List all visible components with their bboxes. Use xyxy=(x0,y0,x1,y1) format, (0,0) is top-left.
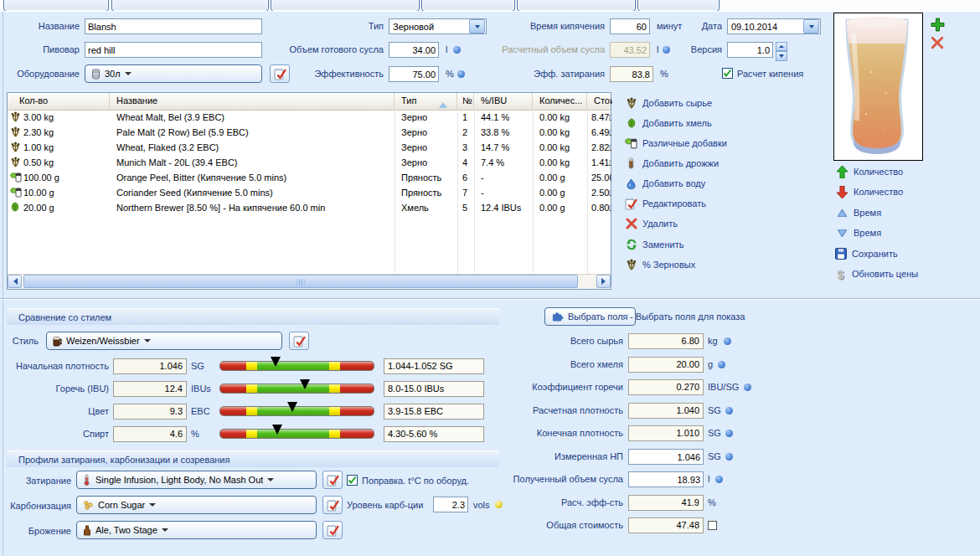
chevron-down-icon[interactable] xyxy=(469,19,485,33)
quantity-down-link[interactable]: Количество xyxy=(836,185,903,198)
replace-ingredient-link[interactable]: Заменить xyxy=(625,238,683,251)
batch-volume-input[interactable] xyxy=(389,42,439,58)
column-header-amount[interactable]: Количес... xyxy=(533,93,587,109)
ibu-style-meter xyxy=(219,384,374,394)
table-row[interactable]: 20.00 g Northern Brewer [8.50 %] - На ки… xyxy=(8,200,611,215)
add-hops-link[interactable]: Добавить хмель xyxy=(625,116,712,130)
boil-volume-label: Расчетный объем сусла xyxy=(486,42,605,58)
fermentation-edit-button[interactable] xyxy=(322,521,343,539)
horizontal-scrollbar[interactable] xyxy=(8,274,611,289)
name-label: Название xyxy=(0,18,80,34)
version-spinner[interactable] xyxy=(776,42,787,58)
brewer-input[interactable] xyxy=(85,42,262,58)
column-header-cost[interactable]: Стоим xyxy=(587,93,612,109)
mash-profile-select[interactable]: Single Infusion, Light Body, No Mash Out xyxy=(76,471,317,489)
toolbar-button[interactable] xyxy=(517,0,636,12)
fermentation-select[interactable]: Ale, Two Stage xyxy=(76,521,317,539)
scrollbar-thumb[interactable] xyxy=(23,275,578,288)
column-header-qty[interactable]: Кол-во xyxy=(8,93,110,109)
table-row[interactable]: 3.00 kg Wheat Malt, Bel (3.9 EBC) Зерно … xyxy=(8,110,611,125)
grain-percent-link[interactable]: % Зерновых xyxy=(625,258,695,271)
equipment-select[interactable]: 30л xyxy=(85,64,262,83)
time-down-link[interactable]: Время xyxy=(836,226,881,239)
carbonation-select[interactable]: Corn Sugar xyxy=(76,496,317,514)
table-row[interactable]: 0.50 kg Munich Malt - 20L (39.4 EBC) Зер… xyxy=(8,155,611,170)
style-edit-button[interactable] xyxy=(289,332,309,350)
scroll-right-button[interactable] xyxy=(596,275,611,288)
table-row[interactable]: 1.00 kg Wheat, Flaked (3.2 EBC) Зерно 3 … xyxy=(8,140,611,155)
add-misc-link[interactable]: Различные добавки xyxy=(625,136,727,150)
boil-calc-checkbox[interactable] xyxy=(722,68,733,79)
add-water-link[interactable]: Добавить воду xyxy=(625,177,705,190)
table-row[interactable]: 100.00 g Orange Peel, Bitter (Кипячение … xyxy=(8,170,611,185)
ingredients-table: Кол-во Название Тип № %/IBU Количес... С… xyxy=(7,92,611,290)
add-yeast-link[interactable]: Добавить дрожжи xyxy=(625,157,719,170)
update-prices-link[interactable]: $ Обновить цены xyxy=(834,267,918,281)
dollar-icon: $ xyxy=(834,267,847,281)
add-grain-link[interactable]: Добавить сырье xyxy=(625,96,712,110)
version-input[interactable] xyxy=(727,42,773,58)
edit-ingredient-link[interactable]: Редактировать xyxy=(625,197,706,210)
table-header: Кол-во Название Тип № %/IBU Количес... С… xyxy=(8,93,611,111)
arrow-up-green-icon xyxy=(836,166,848,178)
quantity-up-link[interactable]: Количество xyxy=(836,165,903,178)
efficiency-input[interactable] xyxy=(389,66,439,82)
mash-temp-adjust-checkbox[interactable] xyxy=(347,475,358,486)
boil-time-input[interactable] xyxy=(610,18,650,34)
boil-time-unit: минут xyxy=(657,18,682,34)
info-dot-icon xyxy=(725,407,733,414)
carbonation-label: Карбонизация xyxy=(0,498,71,514)
measured-volume-input[interactable] xyxy=(628,471,704,487)
add-image-button[interactable] xyxy=(930,17,945,32)
og-unit: SG xyxy=(191,358,204,374)
time-up-link[interactable]: Время xyxy=(836,206,881,219)
table-row[interactable]: 10.00 g Coriander Seed (Кипячение 5.0 mi… xyxy=(8,185,611,200)
info-dot-icon xyxy=(725,430,733,437)
carbonation-edit-button[interactable] xyxy=(322,496,343,514)
toolbar-button[interactable] xyxy=(3,0,109,12)
toolbar-button[interactable] xyxy=(111,0,269,12)
style-select[interactable]: Weizen/Weissbier xyxy=(46,332,282,350)
cell-amount: 0.00 kg xyxy=(539,140,585,155)
table-row[interactable]: 2.30 kg Pale Malt (2 Row) Bel (5.9 EBC) … xyxy=(8,125,611,140)
style-label: Стиль xyxy=(0,333,39,349)
cell-amount: 0.00 g xyxy=(539,185,585,200)
divider xyxy=(0,11,980,12)
grain-icon xyxy=(625,97,637,109)
choose-fields-button[interactable]: Выбрать поля xyxy=(544,307,636,326)
chevron-down-icon[interactable] xyxy=(803,19,819,33)
link-label: Добавить хмель xyxy=(642,118,712,128)
color-label: Цвет xyxy=(0,404,109,420)
arrow-down-red-icon xyxy=(836,186,848,198)
date-select[interactable]: 09.10.2014 xyxy=(727,18,821,34)
info-dot-icon xyxy=(715,476,723,483)
toolbar-button[interactable] xyxy=(271,0,420,12)
link-label: Время xyxy=(854,228,881,238)
delete-ingredient-link[interactable]: Удалить xyxy=(625,217,678,230)
est-fg-label: Конечная плотность xyxy=(419,425,623,441)
delete-image-button[interactable] xyxy=(930,35,945,50)
save-link[interactable]: Сохранить xyxy=(834,247,898,260)
column-header-num[interactable]: № xyxy=(457,93,474,109)
mash-edit-button[interactable] xyxy=(322,471,343,489)
type-select[interactable]: Зерновой xyxy=(389,18,487,34)
spinner-up-icon[interactable] xyxy=(776,42,787,51)
measured-og-label: Измеренная НП xyxy=(419,449,623,465)
bitterness-ratio-label: Коэффициент горечи xyxy=(419,379,623,395)
cell-name: Orange Peel, Bitter (Кипячение 5.0 mins) xyxy=(116,170,391,185)
actual-efficiency-label: Расч. эфф-сть xyxy=(419,495,623,511)
column-header-name[interactable]: Название xyxy=(110,93,395,109)
scroll-left-button[interactable] xyxy=(8,275,22,288)
spinner-down-icon[interactable] xyxy=(776,51,787,61)
toolbar-button[interactable] xyxy=(421,0,515,12)
type-value: Зерновой xyxy=(393,22,434,32)
est-og-unit: SG xyxy=(708,403,721,419)
meter-marker xyxy=(300,379,310,394)
column-header-pct[interactable]: %/IBU xyxy=(474,93,533,109)
triangle-up-blue-icon xyxy=(836,209,848,217)
measured-og-input[interactable] xyxy=(628,449,704,465)
link-label: Удалить xyxy=(642,219,678,229)
name-input[interactable] xyxy=(85,18,262,34)
column-header-type[interactable]: Тип xyxy=(395,93,457,109)
toolbar-button[interactable] xyxy=(637,0,720,12)
